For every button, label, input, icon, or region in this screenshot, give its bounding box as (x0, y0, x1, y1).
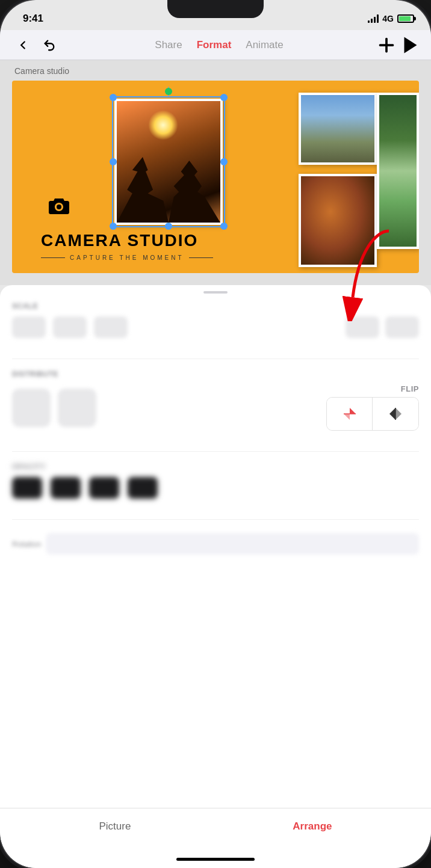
opacity-control-3[interactable] (89, 477, 119, 499)
handle-top-center[interactable] (165, 88, 172, 95)
opacity-control-4[interactable] (128, 477, 158, 499)
scale-control-1[interactable] (12, 316, 46, 338)
nav-arrange[interactable]: Arrange (293, 820, 332, 833)
photo-waterfall (379, 95, 417, 247)
flip-label: FLIP (401, 384, 419, 393)
svg-marker-2 (405, 37, 417, 53)
status-time: 9:41 (17, 11, 49, 26)
toolbar-actions (376, 34, 421, 56)
tab-share[interactable]: Share (155, 39, 182, 51)
distribute-label: DISTRIBUTE (12, 370, 419, 378)
photo-spider[interactable] (299, 174, 377, 267)
camera-icon-area (48, 195, 70, 219)
studio-title: CAMERA STUDIO (41, 231, 198, 250)
opacity-row (12, 477, 419, 499)
scale-row (12, 316, 419, 338)
toolbar: Share Format Animate (0, 30, 431, 60)
home-indicator (0, 850, 431, 868)
studio-subtitle: CAPTURE THE MOMENT (41, 254, 213, 261)
back-button[interactable] (10, 32, 36, 58)
phone-screen: 9:41 4G (0, 0, 431, 868)
camera-icon (48, 195, 70, 217)
nav-picture[interactable]: Picture (99, 820, 131, 833)
divider-1 (12, 359, 419, 359)
opacity-control-1[interactable] (12, 477, 42, 499)
notch (167, 0, 264, 18)
distribute-control-1[interactable] (12, 389, 51, 427)
status-bar: 9:41 4G (0, 0, 431, 30)
canvas-label: Camera studio (12, 66, 419, 76)
signal-icon (368, 14, 379, 23)
divider-2 (12, 451, 419, 452)
canvas-area: Camera studio CAMERA STUDIO CAPTURE THE … (0, 60, 431, 285)
opacity-control-2[interactable] (51, 477, 81, 499)
scale-control-5[interactable] (385, 316, 419, 338)
home-bar (176, 858, 255, 861)
divider-3 (12, 519, 419, 520)
panel-handle (203, 291, 228, 294)
svg-marker-6 (344, 414, 350, 420)
scale-section: SCALE (12, 300, 419, 356)
flip-vertical-button[interactable] (327, 398, 373, 430)
flip-buttons (326, 397, 419, 431)
distribute-control-2[interactable] (58, 389, 96, 427)
scale-label: SCALE (12, 302, 419, 310)
svg-marker-9 (395, 408, 402, 420)
phone-frame: 9:41 4G (0, 0, 431, 868)
opacity-section: OPACITY (12, 460, 419, 517)
rotation-input[interactable] (46, 533, 419, 555)
toolbar-tabs: Share Format Animate (63, 39, 376, 51)
photo-spider-inner (301, 176, 374, 265)
tab-format[interactable]: Format (197, 39, 232, 51)
distribute-section: DISTRIBUTE FLIP (12, 368, 419, 449)
rotation-section: Rotation (12, 528, 419, 559)
slide-canvas[interactable]: CAMERA STUDIO CAPTURE THE MOMENT (12, 81, 419, 273)
add-button[interactable] (376, 34, 397, 56)
photo-main[interactable] (114, 99, 223, 225)
bottom-panel: SCALE DISTRIBUTE (0, 285, 431, 808)
undo-button[interactable] (36, 32, 63, 58)
status-right: 4G (368, 14, 414, 23)
opacity-label: OPACITY (12, 463, 419, 471)
photo-mountain (301, 95, 374, 162)
flip-section: FLIP (326, 384, 419, 431)
svg-marker-8 (389, 408, 395, 420)
photo-far-right[interactable] (377, 93, 419, 249)
bottom-nav: Picture Arrange (0, 808, 431, 850)
tab-animate[interactable]: Animate (246, 39, 283, 51)
photo-top-right[interactable] (299, 93, 377, 165)
scale-control-3[interactable] (94, 316, 128, 338)
distribute-row: FLIP (12, 384, 419, 431)
flip-horizontal-button[interactable] (373, 398, 418, 430)
network-label: 4G (382, 14, 394, 23)
scale-control-2[interactable] (53, 316, 87, 338)
battery-fill (399, 16, 411, 21)
svg-point-3 (57, 205, 61, 209)
play-button[interactable] (400, 34, 421, 56)
rotation-label: Rotation (12, 540, 41, 549)
battery-icon (397, 14, 414, 23)
scale-control-4[interactable] (346, 316, 379, 338)
svg-marker-5 (350, 408, 356, 414)
